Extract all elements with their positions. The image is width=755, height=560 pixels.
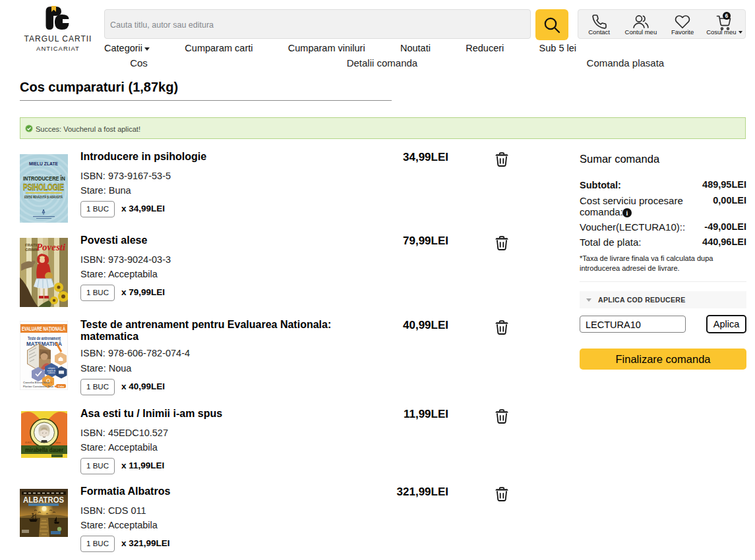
svg-text:subiecte: subiecte [48, 372, 55, 374]
svg-text:MIELU ZLATE: MIELU ZLATE [29, 161, 58, 166]
svg-text:Povesti: Povesti [36, 242, 66, 252]
svg-text:ALBATROS: ALBATROS [23, 495, 64, 505]
svg-text:Teste de antrenament: Teste de antrenament [28, 336, 61, 341]
svg-text:mirabella dauer: mirabella dauer [25, 447, 64, 453]
svg-text:INTRODUCERE ÎN: INTRODUCERE ÎN [23, 175, 65, 182]
svg-text:EVALUARE NAȚIONALĂ: EVALUARE NAȚIONALĂ [22, 325, 65, 332]
svg-text:PSIHOLOGIE: PSIHOLOGIE [23, 182, 64, 192]
svg-text:stereo: stereo [55, 441, 61, 444]
svg-text:Florian Constantin Neța: Florian Constantin Neța [23, 385, 54, 388]
svg-text:i: i [626, 209, 628, 216]
svg-text:45-EDC: 45-EDC [25, 441, 32, 444]
svg-text:EDIȚIE REVĂZUTĂ ȘI ADĂUGITĂ: EDIȚIE REVĂZUTĂ ȘI ADĂUGITĂ [24, 195, 63, 200]
svg-text:Caba: Caba [58, 385, 65, 388]
svg-text:Camelia Elena Neța: Camelia Elena Neța [23, 381, 50, 384]
